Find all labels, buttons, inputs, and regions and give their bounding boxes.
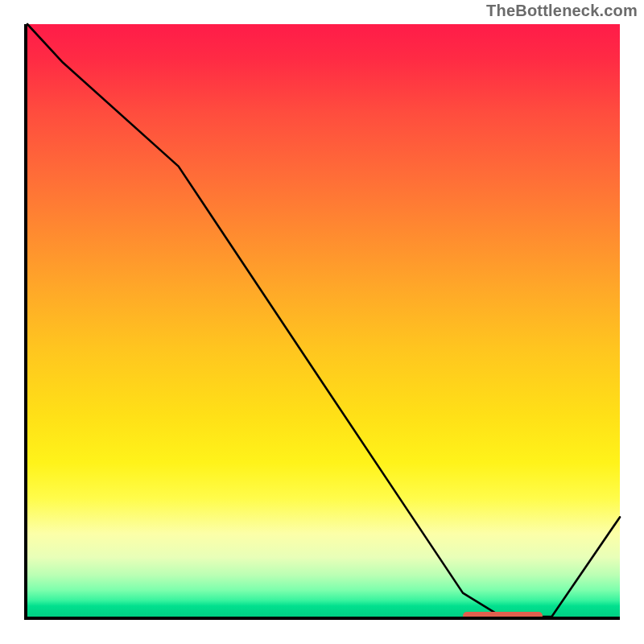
plot-area <box>24 24 620 620</box>
bottleneck-curve <box>24 24 620 620</box>
x-axis <box>24 617 620 620</box>
chart-frame <box>24 24 620 620</box>
y-axis <box>24 24 27 620</box>
curve-path <box>27 24 620 617</box>
watermark-text: TheBottleneck.com <box>486 2 638 20</box>
